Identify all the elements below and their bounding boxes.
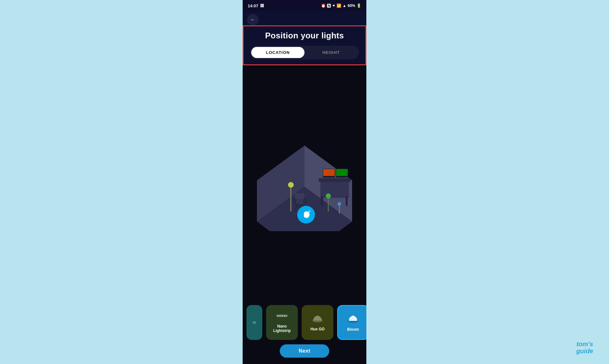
- room-svg: [247, 133, 362, 231]
- bottom-section: or NanoLightstrip: [243, 302, 366, 364]
- signal-icon: 📶: [337, 3, 341, 8]
- device-card-hue-go[interactable]: Hue GO: [302, 305, 333, 340]
- phone-frame: 14:07 🖼 ⏰ N ✦ 📶 ▲ 60% 🔋 ← Position your …: [243, 0, 366, 364]
- svg-rect-33: [286, 315, 287, 316]
- nano-lightstrip-icon: [276, 312, 288, 322]
- svg-point-22: [326, 193, 331, 198]
- svg-rect-10: [341, 178, 343, 179]
- page-title: Position your lights: [249, 31, 360, 41]
- nfc-icon: N: [327, 4, 331, 8]
- partial-label: or: [253, 320, 256, 325]
- svg-rect-29: [277, 315, 278, 316]
- svg-point-20: [288, 182, 294, 188]
- next-button[interactable]: Next: [280, 344, 330, 358]
- bloom-label: Bloom: [347, 327, 359, 332]
- status-icons: ⏰ N ✦ 📶 ▲ 60% 🔋: [321, 3, 361, 8]
- svg-rect-3: [320, 180, 349, 198]
- alarm-icon: ⏰: [321, 3, 326, 8]
- header-section: Position your lights LOCATION HEIGHT: [243, 25, 366, 65]
- tab-height[interactable]: HEIGHT: [304, 47, 358, 58]
- status-time: 14:07 🖼: [248, 3, 264, 8]
- svg-rect-15: [295, 193, 304, 199]
- device-card-bloom[interactable]: Bloom: [337, 305, 366, 340]
- room-area: [243, 65, 366, 302]
- tab-location[interactable]: LOCATION: [251, 47, 304, 58]
- wifi-icon: ▲: [343, 3, 346, 8]
- tab-container: LOCATION HEIGHT: [250, 46, 359, 59]
- svg-rect-7: [328, 178, 330, 179]
- svg-rect-31: [282, 315, 283, 316]
- back-button[interactable]: ←: [247, 14, 259, 25]
- svg-rect-11: [321, 196, 323, 206]
- toms-guide-watermark: tom's guide: [576, 341, 593, 354]
- svg-rect-6: [323, 169, 335, 176]
- bluetooth-icon: ✦: [332, 3, 335, 8]
- device-card-nano-lightstrip[interactable]: NanoLightstrip: [266, 305, 298, 340]
- svg-point-26: [304, 213, 308, 216]
- back-header: ←: [243, 11, 366, 25]
- device-scroll: or NanoLightstrip: [243, 305, 366, 340]
- hue-go-label: Hue GO: [311, 327, 325, 331]
- svg-rect-32: [284, 315, 285, 316]
- battery-icon: 🔋: [357, 3, 361, 8]
- battery-pct: 60%: [348, 3, 355, 8]
- nano-lightstrip-label: NanoLightstrip: [273, 324, 291, 333]
- svg-rect-30: [279, 315, 281, 316]
- status-bar: 14:07 🖼 ⏰ N ✦ 📶 ▲ 60% 🔋: [243, 0, 366, 11]
- svg-rect-12: [346, 196, 348, 206]
- svg-point-24: [337, 202, 341, 206]
- next-btn-row: Next: [243, 344, 366, 358]
- hue-go-icon: [312, 314, 323, 324]
- bloom-icon: [347, 313, 359, 325]
- room-visualization: [247, 133, 362, 234]
- device-card-partial[interactable]: or: [246, 305, 262, 340]
- svg-rect-4: [319, 178, 350, 182]
- status-image-icon: 🖼: [260, 3, 264, 8]
- svg-rect-9: [336, 169, 348, 176]
